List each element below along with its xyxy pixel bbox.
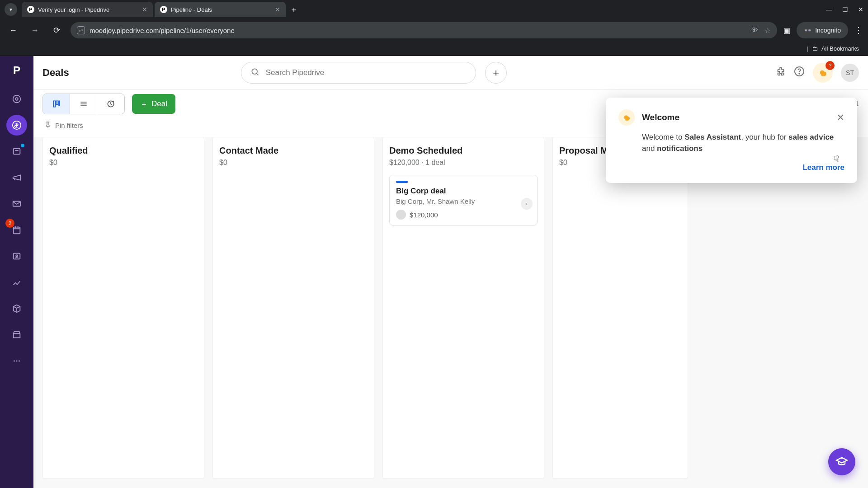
favicon: P <box>160 6 167 13</box>
svg-rect-3 <box>14 149 20 155</box>
deal-card[interactable]: Big Corp deal Big Corp, Mr. Shawn Kelly … <box>389 175 538 225</box>
tab-title: Pipeline - Deals <box>171 6 271 13</box>
global-search[interactable] <box>241 62 476 84</box>
pipeline-stage[interactable]: Demo Scheduled $120,000 · 1 deal Big Cor… <box>382 137 544 479</box>
nav-insights-icon[interactable] <box>6 272 27 293</box>
plus-icon: ＋ <box>140 99 148 109</box>
view-switcher <box>42 94 125 114</box>
incognito-label: Incognito <box>815 27 841 34</box>
search-icon <box>250 67 259 78</box>
nav-contacts-icon[interactable] <box>6 246 27 267</box>
popover-text-bold: Sales Assistant <box>684 133 741 141</box>
view-forecast-button[interactable] <box>97 94 124 114</box>
user-initials: ST <box>846 69 854 76</box>
minimize-window-icon[interactable]: — <box>826 6 832 13</box>
close-window-icon[interactable]: ✕ <box>858 6 863 13</box>
tab-search-dropdown[interactable]: ▾ <box>5 3 17 16</box>
deal-meta: Big Corp, Mr. Shawn Kelly <box>396 197 531 205</box>
side-panel-icon[interactable]: ▣ <box>783 26 790 35</box>
svg-point-11 <box>252 69 257 74</box>
hide-tracking-icon[interactable]: 👁︎ <box>751 26 758 35</box>
deal-amount: $120,000 <box>410 211 438 219</box>
stage-title: Qualified <box>49 145 198 156</box>
close-tab-icon[interactable]: ✕ <box>142 6 147 13</box>
pipeline-stage[interactable]: Qualified $0 <box>42 137 204 479</box>
bookmark-star-icon[interactable]: ☆ <box>764 26 771 35</box>
learn-more-link[interactable]: Learn more <box>618 163 844 172</box>
nav-marketplace-icon[interactable] <box>6 324 27 345</box>
svg-point-1 <box>15 98 18 100</box>
page-title: Deals <box>42 67 69 79</box>
popover-text-bold: notifications <box>657 144 703 153</box>
svg-rect-5 <box>14 227 20 234</box>
popover-text: Welcome to <box>642 133 684 141</box>
badge: 2 <box>5 219 14 228</box>
help-icon[interactable] <box>794 66 805 79</box>
stage-title: Contact Made <box>219 145 368 156</box>
lightbulb-icon <box>618 109 635 126</box>
quick-add-button[interactable]: ＋ <box>485 62 507 84</box>
favicon: P <box>27 6 34 13</box>
sales-assistant-popover: Welcome ✕ Welcome to Sales Assistant, yo… <box>606 98 857 183</box>
app-header: Deals ＋ ? ST <box>33 56 868 89</box>
browser-tab-strip: ▾ P Verify your login - Pipedrive ✕ P Pi… <box>0 0 868 19</box>
site-info-icon[interactable]: ⇄ <box>77 26 85 34</box>
nav-forward-button[interactable]: → <box>27 26 42 35</box>
stage-summary: $0 <box>49 159 198 167</box>
add-deal-button[interactable]: ＋ Deal <box>132 94 175 114</box>
deal-open-chevron-icon[interactable]: › <box>521 198 533 210</box>
extensions-icon[interactable] <box>776 66 786 79</box>
pipeline-stage[interactable]: Proposal M $0 <box>552 137 688 479</box>
view-list-button[interactable] <box>70 94 97 114</box>
folder-icon: 🗀 <box>812 45 818 52</box>
svg-rect-14 <box>53 101 55 107</box>
deal-button-label: Deal <box>151 99 167 108</box>
stage-title: Demo Scheduled <box>389 145 538 156</box>
incognito-indicator[interactable]: 👓 Incognito <box>797 22 848 38</box>
all-bookmarks-link[interactable]: All Bookmarks <box>821 45 859 52</box>
svg-point-8 <box>14 361 15 362</box>
tab-title: Verify your login - Pipedrive <box>38 6 138 13</box>
svg-point-0 <box>13 95 21 103</box>
nav-deals-icon[interactable] <box>6 115 27 136</box>
academy-fab[interactable] <box>828 448 855 475</box>
svg-point-9 <box>16 361 18 362</box>
deal-name: Big Corp deal <box>396 187 531 196</box>
nav-more-icon[interactable] <box>6 351 27 371</box>
browser-toolbar: ← → ⟳ ⇄ moodjoy.pipedrive.com/pipeline/1… <box>0 19 868 42</box>
nav-home-icon[interactable] <box>6 89 27 109</box>
popover-close-icon[interactable]: ✕ <box>837 112 844 123</box>
bookmarks-bar: | 🗀 All Bookmarks <box>0 42 868 56</box>
browser-tab-inactive[interactable]: P Verify your login - Pipedrive ✕ <box>22 2 153 17</box>
browser-tab-active[interactable]: P Pipeline - Deals ✕ <box>155 2 286 17</box>
svg-point-13 <box>799 73 800 74</box>
popover-text: and <box>642 144 657 153</box>
reload-button[interactable]: ⟳ <box>49 25 64 35</box>
close-tab-icon[interactable]: ✕ <box>275 6 280 13</box>
view-kanban-button[interactable] <box>43 94 70 114</box>
stage-summary: $120,000 · 1 deal <box>389 159 538 167</box>
new-tab-button[interactable]: ＋ <box>288 3 300 16</box>
app-logo[interactable]: P <box>9 62 25 79</box>
nav-back-button[interactable]: ← <box>5 26 21 35</box>
popover-title: Welcome <box>642 113 679 122</box>
pin-filters-button[interactable]: Pin filters <box>42 118 85 132</box>
popover-text-bold: sales advice <box>788 133 834 141</box>
search-input[interactable] <box>266 68 467 77</box>
nav-activities-icon[interactable]: 2 <box>6 220 27 240</box>
svg-point-7 <box>16 255 18 257</box>
nav-projects-icon[interactable] <box>6 141 27 162</box>
nav-products-icon[interactable] <box>6 298 27 319</box>
sidebar-nav: P 2 <box>0 56 33 488</box>
nav-campaigns-icon[interactable] <box>6 167 27 188</box>
browser-menu-icon[interactable]: ⋮ <box>854 25 863 35</box>
nav-mail-icon[interactable] <box>6 193 27 214</box>
maximize-window-icon[interactable]: ☐ <box>842 6 848 13</box>
owner-avatar-icon <box>396 210 406 220</box>
deal-status-bar <box>396 181 408 183</box>
user-avatar[interactable]: ST <box>841 64 859 82</box>
address-bar[interactable]: ⇄ moodjoy.pipedrive.com/pipeline/1/user/… <box>71 22 777 38</box>
sales-assistant-button[interactable]: ? <box>813 63 833 83</box>
pipeline-stage[interactable]: Contact Made $0 <box>212 137 374 479</box>
url-text: moodjoy.pipedrive.com/pipeline/1/user/ev… <box>90 27 235 34</box>
